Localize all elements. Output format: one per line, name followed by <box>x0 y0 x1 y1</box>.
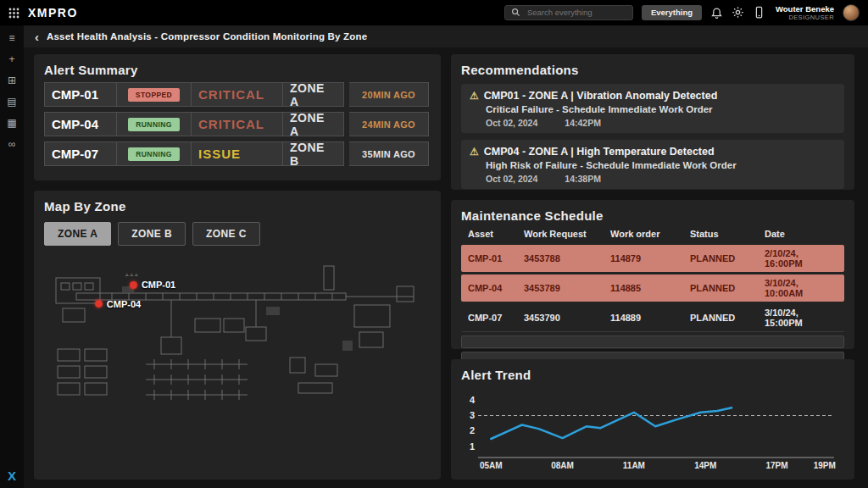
cell-status: PLANNED <box>690 253 761 263</box>
table-row[interactable]: CMP-04 3453789 114885 PLANNED 3/10/24, 1… <box>461 274 844 302</box>
recommendation-card[interactable]: ⚠ CMP01 - ZONE A | Vibration Anomaly Det… <box>461 84 844 133</box>
alert-row-cmp-04[interactable]: CMP-04 RUNNING CRITICAL ZONE A 24MIN AGO <box>44 112 431 136</box>
column-header: Work order <box>610 229 687 239</box>
add-icon[interactable]: + <box>8 54 14 64</box>
cell-asset: CMP-01 <box>468 253 520 263</box>
search-bar[interactable] <box>504 5 633 20</box>
user-info: Wouter Beneke DESIGNUSER <box>776 4 834 21</box>
alert-trend-chart: 123405AM08AM11AM14PM17PM19PM <box>461 387 843 472</box>
alert-summary-panel: Alert Summary CMP-01 STOPPED CRITICAL ZO… <box>34 54 441 180</box>
map-marker-cmp-01[interactable]: CMP-01 <box>130 280 175 290</box>
table-row[interactable]: CMP-01 3453788 114879 PLANNED 2/10/24, 1… <box>461 245 844 272</box>
back-chevron-icon[interactable]: ‹ <box>35 30 39 43</box>
time-ago-label: 20MIN AGO <box>349 82 429 107</box>
zone-label: ZONE B <box>283 141 344 166</box>
list-icon[interactable]: ▤ <box>7 97 16 107</box>
column-header: Status <box>690 229 761 239</box>
breadcrumb: Asset Health Analysis - Compressor Condi… <box>47 31 367 42</box>
floor-plan: ▵ ▵ ▵ <box>44 256 431 471</box>
notifications-bell-icon[interactable] <box>710 6 723 19</box>
sidebar-icons: ≡+⊞▤▦∞ <box>7 33 16 149</box>
zone-tabs: ZONE A ZONE B ZONE C <box>44 222 431 246</box>
topbar: XMPRO Everything Wouter Beneke <box>0 0 868 25</box>
recommendations-panel: Recommendations ⚠ CMP01 - ZONE A | Vibra… <box>451 54 854 190</box>
maintenance-title: Maintenance Schedule <box>461 208 844 223</box>
recommendations-title: Recommendations <box>461 63 844 77</box>
marker-label: CMP-04 <box>107 299 141 309</box>
maintenance-schedule-panel: Maintenance Schedule Asset Work Request … <box>451 200 854 349</box>
table-row[interactable]: CMP-07 3453790 114889 PLANNED 3/10/24, 1… <box>461 304 844 332</box>
search-input[interactable] <box>526 7 626 18</box>
mobile-device-icon[interactable] <box>753 6 765 19</box>
time-ago-label: 35MIN AGO <box>349 141 429 166</box>
severity-label: ISSUE <box>192 141 283 166</box>
warning-icon: ⚠ <box>470 147 479 157</box>
time-ago-label: 24MIN AGO <box>349 112 429 136</box>
cell-work-request: 3453788 <box>524 253 607 263</box>
alert-summary-title: Alert Summary <box>44 63 431 77</box>
alert-trend-panel: Alert Trend 123405AM08AM11AM14PM17PM19PM <box>451 359 854 480</box>
recommendation-title: CMP04 - ZONE A | High Temperature Detect… <box>484 146 715 158</box>
empty-table-row <box>461 336 844 348</box>
recommendation-time: 14:42PM <box>565 118 601 128</box>
tab-zone-a[interactable]: ZONE A <box>44 222 111 246</box>
svg-text:08AM: 08AM <box>551 461 574 470</box>
cell-work-order: 114889 <box>610 313 687 323</box>
cell-work-request: 3453789 <box>524 283 607 293</box>
alert-row-cmp-07[interactable]: CMP-07 RUNNING ISSUE ZONE B 35MIN AGO <box>44 141 431 166</box>
cell-status: PLANNED <box>690 313 761 323</box>
recommendation-date: Oct 02, 2024 <box>486 118 537 128</box>
svg-text:2: 2 <box>470 425 475 435</box>
tab-zone-b[interactable]: ZONE B <box>118 222 186 246</box>
maintenance-table-header: Asset Work Request Work order Status Dat… <box>461 223 844 242</box>
search-scope-button[interactable]: Everything <box>642 5 702 20</box>
asset-name: CMP-04 <box>44 112 117 136</box>
svg-text:05AM: 05AM <box>480 461 503 470</box>
recommendation-time: 14:38PM <box>565 174 601 184</box>
cell-date: 3/10/24, 15:00PM <box>765 308 837 328</box>
search-icon <box>511 8 520 17</box>
zone-label: ZONE A <box>283 82 344 107</box>
map-title: Map By Zone <box>44 199 431 214</box>
column-header: Work Request <box>524 229 607 239</box>
status-badge: RUNNING <box>128 147 179 161</box>
severity-label: CRITICAL <box>192 112 283 136</box>
user-role: DESIGNUSER <box>776 14 834 21</box>
recommendation-card[interactable]: ⚠ CMP04 - ZONE A | High Temperature Dete… <box>461 140 844 189</box>
column-header: Date <box>765 229 837 239</box>
dashboard-icon[interactable]: ⊞ <box>8 75 16 86</box>
svg-text:3: 3 <box>470 410 475 420</box>
marker-label: CMP-01 <box>142 280 175 290</box>
alert-dot-icon <box>95 300 103 308</box>
severity-label: CRITICAL <box>192 82 283 107</box>
cell-work-order: 114885 <box>610 283 687 293</box>
xmpro-logo: XMPRO <box>28 6 78 19</box>
column-header: Asset <box>468 229 520 239</box>
recommendation-date: Oct 02, 2024 <box>486 174 537 184</box>
main-content: Alert Summary CMP-01 STOPPED CRITICAL ZO… <box>24 47 868 488</box>
menu-icon[interactable]: ≡ <box>8 33 14 43</box>
app-grid-icon[interactable] <box>8 8 19 19</box>
alert-dot-icon <box>130 281 137 289</box>
recommendation-title: CMP01 - ZONE A | Vibration Anomaly Detec… <box>484 90 718 102</box>
cell-date: 3/10/24, 10:00AM <box>765 278 837 298</box>
warning-icon: ⚠ <box>470 91 479 101</box>
map-marker-cmp-04[interactable]: CMP-04 <box>95 299 141 309</box>
cell-asset: CMP-04 <box>468 283 520 293</box>
cell-asset: CMP-07 <box>468 313 520 323</box>
settings-gear-icon[interactable] <box>732 6 744 19</box>
xmpro-x-logo: X <box>8 469 16 483</box>
svg-text:11AM: 11AM <box>623 461 645 470</box>
cell-work-request: 3453790 <box>524 313 607 323</box>
breadcrumb-bar: ‹ Asset Health Analysis - Compressor Con… <box>24 25 868 47</box>
zone-map: ▵ ▵ ▵ CMP-01CMP-04 <box>44 256 431 471</box>
svg-text:14PM: 14PM <box>694 461 716 470</box>
grid-icon[interactable]: ▦ <box>7 118 16 128</box>
zone-label: ZONE A <box>283 112 344 136</box>
svg-text:19PM: 19PM <box>814 461 836 470</box>
link-icon[interactable]: ∞ <box>8 139 16 149</box>
avatar[interactable] <box>843 4 860 21</box>
tab-zone-c[interactable]: ZONE C <box>192 222 260 246</box>
cell-work-order: 114879 <box>610 253 687 263</box>
alert-row-cmp-01[interactable]: CMP-01 STOPPED CRITICAL ZONE A 20MIN AGO <box>44 82 431 107</box>
